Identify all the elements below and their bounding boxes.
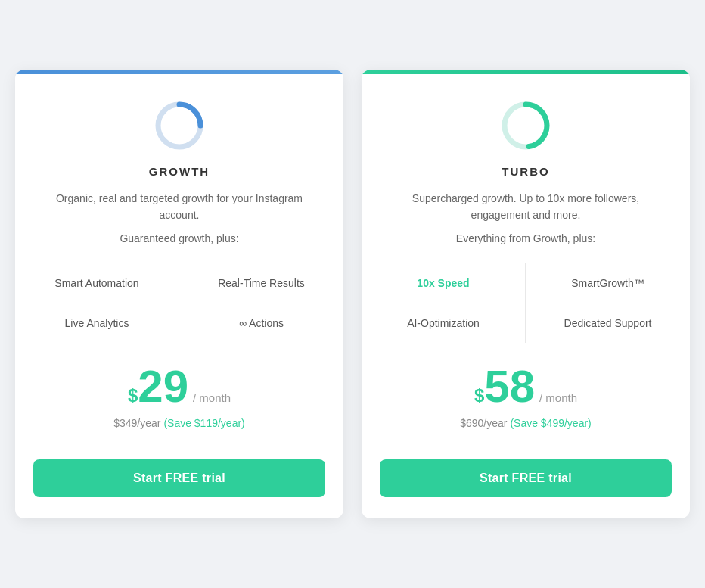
- price-dollar: $: [128, 385, 138, 406]
- card-pricing: $ 29 / month $349/year (Save $119/year): [15, 343, 343, 459]
- price-save: (Save $499/year): [510, 417, 591, 429]
- card-tagline: Everything from Growth, plus:: [384, 232, 667, 244]
- price-main: $ 29 / month: [38, 364, 321, 409]
- feature-cell: Real-Time Results: [179, 263, 343, 303]
- card-title: GROWTH: [38, 165, 321, 178]
- price-amount: 58: [484, 364, 535, 409]
- pricing-container: GROWTH Organic, real and targeted growth…: [15, 70, 690, 519]
- price-amount: 29: [138, 364, 188, 409]
- feature-cell: AI-Optimization: [362, 303, 526, 343]
- features-grid: Smart Automation Real-Time Results Live …: [15, 263, 343, 343]
- price-dollar: $: [474, 385, 484, 406]
- card-description: Supercharged growth. Up to 10x more foll…: [384, 190, 667, 224]
- card-header: TURBO Supercharged growth. Up to 10x mor…: [362, 74, 690, 263]
- price-save: (Save $119/year): [163, 417, 244, 429]
- feature-cell: Dedicated Support: [526, 303, 690, 343]
- feature-cell: ∞ Actions: [179, 303, 343, 343]
- card-icon: [155, 101, 203, 150]
- card-turbo: TURBO Supercharged growth. Up to 10x mor…: [362, 70, 690, 519]
- price-main: $ 58 / month: [384, 364, 667, 409]
- card-pricing: $ 58 / month $690/year (Save $499/year): [362, 343, 690, 459]
- card-header: GROWTH Organic, real and targeted growth…: [15, 74, 343, 263]
- card-footer: Start FREE trial: [362, 459, 690, 518]
- price-annual: $349/year (Save $119/year): [38, 417, 321, 429]
- price-period: / month: [539, 391, 577, 404]
- features-grid: 10x Speed SmartGrowth™ AI-Optimization D…: [362, 263, 690, 343]
- card-footer: Start FREE trial: [15, 459, 343, 518]
- cta-button[interactable]: Start FREE trial: [380, 459, 672, 497]
- card-growth: GROWTH Organic, real and targeted growth…: [15, 70, 343, 519]
- card-tagline: Guaranteed growth, plus:: [38, 232, 321, 244]
- feature-cell: SmartGrowth™: [526, 263, 690, 303]
- price-period: / month: [193, 391, 231, 404]
- feature-cell: 10x Speed: [362, 263, 526, 303]
- card-icon: [502, 101, 550, 150]
- feature-cell: Smart Automation: [15, 263, 179, 303]
- price-annual: $690/year (Save $499/year): [384, 417, 667, 429]
- cta-button[interactable]: Start FREE trial: [33, 459, 325, 497]
- card-description: Organic, real and targeted growth for yo…: [38, 190, 321, 224]
- card-title: TURBO: [384, 165, 667, 178]
- feature-cell: Live Analytics: [15, 303, 179, 343]
